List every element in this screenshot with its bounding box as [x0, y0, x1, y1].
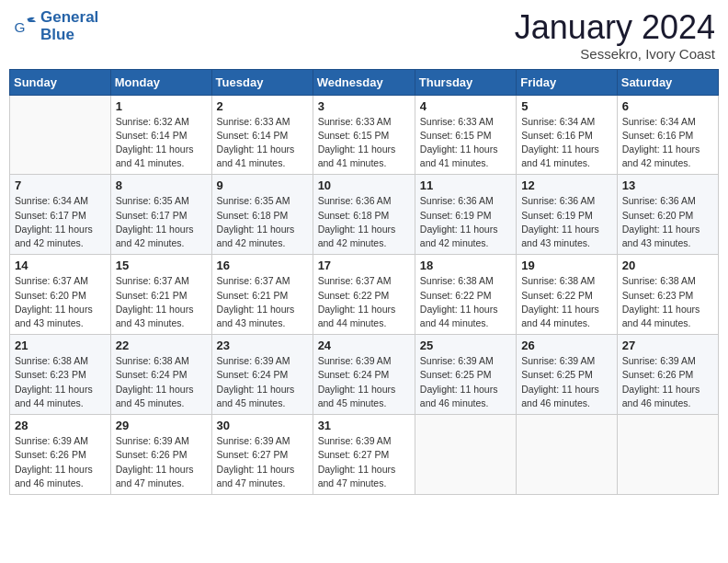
day-number: 14 [15, 259, 106, 272]
day-info: Sunrise: 6:39 AMSunset: 6:26 PMDaylight:… [622, 354, 713, 410]
day-info: Sunrise: 6:37 AMSunset: 6:20 PMDaylight:… [15, 274, 106, 330]
day-info: Sunrise: 6:39 AMSunset: 6:27 PMDaylight:… [318, 434, 410, 490]
calendar-cell: 12Sunrise: 6:36 AMSunset: 6:19 PMDayligh… [517, 175, 618, 255]
day-info: Sunrise: 6:33 AMSunset: 6:15 PMDaylight:… [318, 115, 410, 171]
day-number: 28 [15, 419, 106, 432]
calendar-cell: 1Sunrise: 6:32 AMSunset: 6:14 PMDaylight… [110, 95, 211, 175]
day-number: 16 [217, 259, 308, 272]
calendar-cell: 17Sunrise: 6:37 AMSunset: 6:22 PMDayligh… [313, 255, 415, 335]
weekday-header: Tuesday [211, 69, 313, 95]
day-number: 25 [420, 339, 511, 352]
calendar-cell: 6Sunrise: 6:34 AMSunset: 6:16 PMDaylight… [617, 95, 718, 175]
day-info: Sunrise: 6:38 AMSunset: 6:23 PMDaylight:… [622, 274, 713, 330]
calendar-cell: 9Sunrise: 6:35 AMSunset: 6:18 PMDaylight… [211, 175, 313, 255]
logo-general: General [40, 8, 98, 26]
weekday-header: Saturday [617, 69, 718, 95]
calendar-week-row: 28Sunrise: 6:39 AMSunset: 6:26 PMDayligh… [10, 415, 719, 495]
calendar-cell: 4Sunrise: 6:33 AMSunset: 6:15 PMDaylight… [415, 95, 516, 175]
day-number: 29 [116, 419, 207, 432]
calendar-cell: 23Sunrise: 6:39 AMSunset: 6:24 PMDayligh… [211, 335, 313, 415]
calendar-cell: 2Sunrise: 6:33 AMSunset: 6:14 PMDaylight… [211, 95, 313, 175]
calendar-cell: 13Sunrise: 6:36 AMSunset: 6:20 PMDayligh… [617, 175, 718, 255]
calendar-cell: 14Sunrise: 6:37 AMSunset: 6:20 PMDayligh… [10, 255, 111, 335]
day-info: Sunrise: 6:35 AMSunset: 6:17 PMDaylight:… [116, 194, 207, 250]
day-info: Sunrise: 6:38 AMSunset: 6:24 PMDaylight:… [116, 354, 207, 410]
calendar-cell [517, 415, 618, 495]
day-number: 31 [318, 419, 410, 432]
calendar-cell: 5Sunrise: 6:34 AMSunset: 6:16 PMDaylight… [517, 95, 618, 175]
day-number: 6 [622, 99, 713, 113]
calendar-cell: 31Sunrise: 6:39 AMSunset: 6:27 PMDayligh… [313, 415, 415, 495]
logo: G General Blue [13, 9, 98, 43]
day-info: Sunrise: 6:36 AMSunset: 6:18 PMDaylight:… [318, 194, 410, 250]
title-block: January 2024 Sessekro, Ivory Coast [515, 9, 715, 62]
day-info: Sunrise: 6:36 AMSunset: 6:19 PMDaylight:… [420, 194, 511, 250]
logo-icon: G [13, 14, 39, 40]
day-info: Sunrise: 6:33 AMSunset: 6:14 PMDaylight:… [217, 115, 308, 171]
day-info: Sunrise: 6:36 AMSunset: 6:20 PMDaylight:… [622, 194, 713, 250]
day-number: 8 [116, 178, 207, 192]
day-number: 19 [521, 259, 612, 272]
day-number: 11 [420, 178, 511, 192]
day-info: Sunrise: 6:37 AMSunset: 6:21 PMDaylight:… [217, 274, 308, 330]
calendar-cell: 28Sunrise: 6:39 AMSunset: 6:26 PMDayligh… [10, 415, 111, 495]
day-number: 7 [15, 178, 106, 192]
day-info: Sunrise: 6:39 AMSunset: 6:25 PMDaylight:… [420, 354, 511, 410]
month-title: January 2024 [515, 9, 715, 46]
day-number: 13 [622, 178, 713, 192]
calendar-week-row: 7Sunrise: 6:34 AMSunset: 6:17 PMDaylight… [10, 175, 719, 255]
svg-text:G: G [14, 18, 25, 34]
day-number: 24 [318, 339, 410, 352]
day-number: 12 [521, 178, 612, 192]
day-number: 5 [521, 99, 612, 113]
calendar-cell [415, 415, 516, 495]
calendar-cell: 27Sunrise: 6:39 AMSunset: 6:26 PMDayligh… [617, 335, 718, 415]
day-info: Sunrise: 6:35 AMSunset: 6:18 PMDaylight:… [217, 194, 308, 250]
day-info: Sunrise: 6:34 AMSunset: 6:16 PMDaylight:… [622, 115, 713, 171]
day-info: Sunrise: 6:34 AMSunset: 6:17 PMDaylight:… [15, 194, 106, 250]
day-number: 23 [217, 339, 308, 352]
day-number: 20 [622, 259, 713, 272]
calendar-cell: 26Sunrise: 6:39 AMSunset: 6:25 PMDayligh… [517, 335, 618, 415]
day-number: 21 [15, 339, 106, 352]
day-number: 18 [420, 259, 511, 272]
logo-text: General Blue [40, 9, 98, 43]
day-number: 3 [318, 99, 410, 113]
day-number: 30 [217, 419, 308, 432]
day-number: 22 [116, 339, 207, 352]
calendar-week-row: 14Sunrise: 6:37 AMSunset: 6:20 PMDayligh… [10, 255, 719, 335]
calendar-week-row: 1Sunrise: 6:32 AMSunset: 6:14 PMDaylight… [10, 95, 719, 175]
day-info: Sunrise: 6:39 AMSunset: 6:24 PMDaylight:… [217, 354, 308, 410]
calendar-cell: 29Sunrise: 6:39 AMSunset: 6:26 PMDayligh… [110, 415, 211, 495]
calendar-cell: 10Sunrise: 6:36 AMSunset: 6:18 PMDayligh… [313, 175, 415, 255]
day-info: Sunrise: 6:38 AMSunset: 6:23 PMDaylight:… [15, 354, 106, 410]
day-info: Sunrise: 6:39 AMSunset: 6:25 PMDaylight:… [521, 354, 612, 410]
day-number: 15 [116, 259, 207, 272]
day-info: Sunrise: 6:37 AMSunset: 6:22 PMDaylight:… [318, 274, 410, 330]
logo-blue: Blue [40, 26, 74, 43]
calendar-cell: 11Sunrise: 6:36 AMSunset: 6:19 PMDayligh… [415, 175, 516, 255]
day-info: Sunrise: 6:32 AMSunset: 6:14 PMDaylight:… [116, 115, 207, 171]
weekday-header: Thursday [415, 69, 516, 95]
calendar-cell: 7Sunrise: 6:34 AMSunset: 6:17 PMDaylight… [10, 175, 111, 255]
day-info: Sunrise: 6:37 AMSunset: 6:21 PMDaylight:… [116, 274, 207, 330]
day-info: Sunrise: 6:39 AMSunset: 6:26 PMDaylight:… [116, 434, 207, 490]
calendar-cell [10, 95, 111, 175]
day-info: Sunrise: 6:39 AMSunset: 6:27 PMDaylight:… [217, 434, 308, 490]
calendar-cell: 19Sunrise: 6:38 AMSunset: 6:22 PMDayligh… [517, 255, 618, 335]
day-info: Sunrise: 6:34 AMSunset: 6:16 PMDaylight:… [521, 115, 612, 171]
page-header: G General Blue January 2024 Sessekro, Iv… [9, 9, 719, 62]
location-subtitle: Sessekro, Ivory Coast [515, 46, 715, 62]
calendar-week-row: 21Sunrise: 6:38 AMSunset: 6:23 PMDayligh… [10, 335, 719, 415]
calendar-cell: 21Sunrise: 6:38 AMSunset: 6:23 PMDayligh… [10, 335, 111, 415]
calendar-cell: 15Sunrise: 6:37 AMSunset: 6:21 PMDayligh… [110, 255, 211, 335]
day-info: Sunrise: 6:39 AMSunset: 6:26 PMDaylight:… [15, 434, 106, 490]
calendar-cell: 24Sunrise: 6:39 AMSunset: 6:24 PMDayligh… [313, 335, 415, 415]
day-number: 17 [318, 259, 410, 272]
calendar-cell: 22Sunrise: 6:38 AMSunset: 6:24 PMDayligh… [110, 335, 211, 415]
calendar-cell: 25Sunrise: 6:39 AMSunset: 6:25 PMDayligh… [415, 335, 516, 415]
calendar-cell: 18Sunrise: 6:38 AMSunset: 6:22 PMDayligh… [415, 255, 516, 335]
day-info: Sunrise: 6:39 AMSunset: 6:24 PMDaylight:… [318, 354, 410, 410]
day-number: 27 [622, 339, 713, 352]
day-number: 1 [116, 99, 207, 113]
